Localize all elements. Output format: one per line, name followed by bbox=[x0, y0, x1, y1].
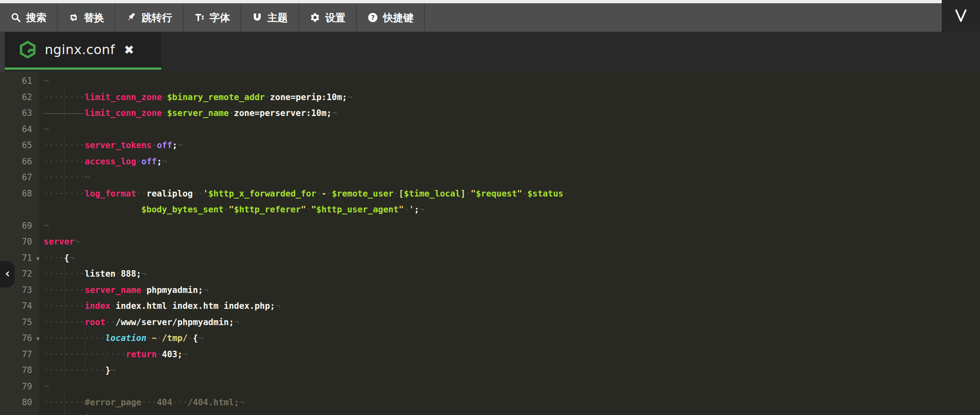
code-line-content[interactable]: ········¬ bbox=[39, 170, 980, 186]
code-token: /404.html; bbox=[188, 398, 239, 407]
code-token: ' bbox=[203, 189, 208, 199]
toolbar-button-search[interactable]: 搜索 bbox=[0, 3, 58, 32]
newline-mark: ¬ bbox=[275, 301, 280, 311]
code-editor-area[interactable]: 61¬62········limit_conn_zone·$binary_rem… bbox=[0, 72, 980, 415]
space-whitespace-marks: ··· bbox=[141, 398, 157, 407]
code-token: enable-php.conf; bbox=[126, 414, 208, 415]
code-token: #error_page bbox=[85, 398, 141, 407]
code-line-80: 80········#error_page···404···/404.html;… bbox=[0, 395, 980, 411]
code-line-content[interactable]: ············location·~·/tmp/·{¬ bbox=[39, 330, 980, 347]
toolbar-button-replace[interactable]: 替换 bbox=[58, 3, 116, 32]
shortcuts-icon: ? bbox=[368, 12, 378, 23]
code-token: 403; bbox=[162, 349, 183, 359]
space-whitespace-marks: ·· bbox=[105, 317, 116, 327]
code-line-content[interactable]: ········limit_conn_zone·$binary_remote_a… bbox=[39, 90, 980, 106]
top-light-strip bbox=[0, 0, 942, 3]
code-token: index.html bbox=[116, 301, 167, 311]
newline-mark: ¬ bbox=[332, 108, 337, 118]
close-tab-icon[interactable]: ✖ bbox=[124, 43, 134, 57]
tab-bar: nginx.conf ✖ bbox=[0, 32, 980, 72]
fold-arrow-icon[interactable]: ▼ bbox=[36, 251, 39, 267]
space-whitespace-marks: · bbox=[404, 205, 409, 214]
toolbar-button-goto-line[interactable]: 跳转行 bbox=[116, 3, 184, 32]
code-line-content[interactable]: ········log_format··realiplog··'$http_x_… bbox=[39, 186, 980, 202]
toolbar-button-shortcuts[interactable]: ?快捷键 bbox=[357, 3, 425, 32]
toolbar-button-settings[interactable]: 设置 bbox=[299, 3, 357, 32]
toolbar-collapse-button[interactable] bbox=[942, 0, 980, 32]
code-line-65: 65········server_tokens·off;¬ bbox=[0, 138, 980, 154]
space-whitespace-marks: · bbox=[219, 301, 224, 311]
newline-mark: ¬ bbox=[198, 333, 203, 343]
indent-guide bbox=[64, 186, 65, 202]
search-icon bbox=[11, 12, 21, 23]
code-line-74: 74········index·index.html·index.htm·ind… bbox=[0, 298, 980, 315]
code-token: off bbox=[141, 157, 157, 166]
tab-title: nginx.conf bbox=[45, 42, 115, 57]
line-number: 78 bbox=[0, 363, 39, 379]
code-line-70: 70server¬ bbox=[0, 234, 980, 250]
code-editor-app: 搜索替换跳转行字体主题设置?快捷键 nginx.conf ✖ 61¬62····… bbox=[0, 0, 980, 415]
code-line-63: 63limit_conn_zone·$server_name·zone=pers… bbox=[0, 105, 980, 122]
code-line-content[interactable]: ················return·403;¬ bbox=[39, 347, 980, 363]
code-token: $remote_user bbox=[332, 189, 394, 199]
code-line-content[interactable]: ····{¬ bbox=[39, 250, 980, 266]
newline-mark: ¬ bbox=[44, 382, 49, 391]
toolbar-button-font[interactable]: 字体 bbox=[184, 3, 241, 32]
code-line-content[interactable]: ········server_name·phpmyadmin;¬ bbox=[39, 282, 980, 299]
code-line-72: 72········listen·888;¬ bbox=[0, 266, 980, 282]
space-whitespace-marks: · bbox=[466, 189, 471, 199]
code-line-content[interactable]: ········root··/www/server/phpmyadmin;¬ bbox=[39, 315, 980, 331]
tab-nginx-conf[interactable]: nginx.conf ✖ bbox=[5, 32, 161, 70]
indent-guide bbox=[85, 347, 85, 363]
newline-mark: ¬ bbox=[44, 221, 49, 231]
indent-guide bbox=[64, 90, 65, 106]
code-line-content[interactable]: ············}¬ bbox=[39, 363, 980, 379]
code-line-content[interactable]: ········index·index.html·index.htm·index… bbox=[39, 298, 980, 315]
code-line-content[interactable]: ········access_log·off;¬ bbox=[39, 154, 980, 170]
code-line-71: 71▼····{¬ bbox=[0, 250, 980, 266]
indent-guide bbox=[64, 266, 65, 282]
code-token: index bbox=[85, 301, 110, 311]
code-line-77: 77················return·403;¬ bbox=[0, 347, 980, 363]
space-whitespace-marks: · bbox=[229, 108, 234, 118]
code-line-79: 79¬ bbox=[0, 379, 980, 395]
newline-mark: ¬ bbox=[234, 317, 239, 327]
code-token: ~ bbox=[152, 333, 157, 343]
code-token: $body_bytes_sent bbox=[141, 205, 223, 214]
code-line-content[interactable]: ········#error_page···404···/404.html;¬ bbox=[39, 395, 980, 411]
space-whitespace-marks: · bbox=[152, 140, 157, 150]
code-line-content[interactable]: limit_conn_zone·$server_name·zone=perser… bbox=[39, 105, 980, 122]
indent-guide bbox=[64, 347, 65, 363]
code-line-content[interactable]: ········listen·888;¬ bbox=[39, 266, 980, 282]
fold-arrow-icon[interactable]: ▼ bbox=[36, 331, 39, 347]
code-line-content[interactable]: ········include·enable-php.conf; bbox=[39, 411, 980, 415]
toolbar-button-theme[interactable]: 主题 bbox=[241, 3, 299, 32]
code-line-content[interactable]: ········server_tokens·off;¬ bbox=[39, 138, 980, 154]
code-token: $http_x_forwarded_for bbox=[208, 189, 317, 199]
indent-guide bbox=[64, 298, 65, 315]
code-line-content[interactable]: $body_bytes_sent·"$http_referer"·"$http_… bbox=[39, 202, 980, 218]
code-token: $server_name bbox=[167, 108, 229, 118]
newline-mark: ¬ bbox=[110, 365, 116, 375]
indent-guide bbox=[64, 282, 65, 299]
code-line-content[interactable]: ¬ bbox=[39, 218, 980, 234]
indent-guide bbox=[85, 363, 85, 379]
sidebar-collapse-handle[interactable]: ‹ bbox=[0, 260, 15, 288]
code-line-61: 61¬ bbox=[0, 73, 980, 90]
line-number: 63 bbox=[0, 105, 39, 122]
code-content: 61¬62········limit_conn_zone·$binary_rem… bbox=[0, 72, 980, 415]
code-token: server bbox=[44, 237, 74, 247]
code-token: access_log bbox=[85, 157, 136, 166]
space-whitespace-marks: ············ bbox=[44, 365, 105, 375]
indent-guide bbox=[85, 330, 85, 347]
code-line-content[interactable]: ¬ bbox=[39, 122, 980, 138]
code-line-69: 69¬ bbox=[0, 218, 980, 234]
newline-mark: ¬ bbox=[44, 76, 49, 86]
code-token: phpmyadmin; bbox=[147, 285, 203, 295]
code-line-content[interactable]: server¬ bbox=[39, 234, 980, 250]
code-token: off bbox=[157, 140, 172, 150]
code-line-content[interactable]: ¬ bbox=[39, 379, 980, 395]
space-whitespace-marks: · bbox=[147, 333, 152, 343]
newline-mark: ¬ bbox=[239, 398, 244, 407]
code-line-content[interactable]: ¬ bbox=[39, 73, 980, 90]
